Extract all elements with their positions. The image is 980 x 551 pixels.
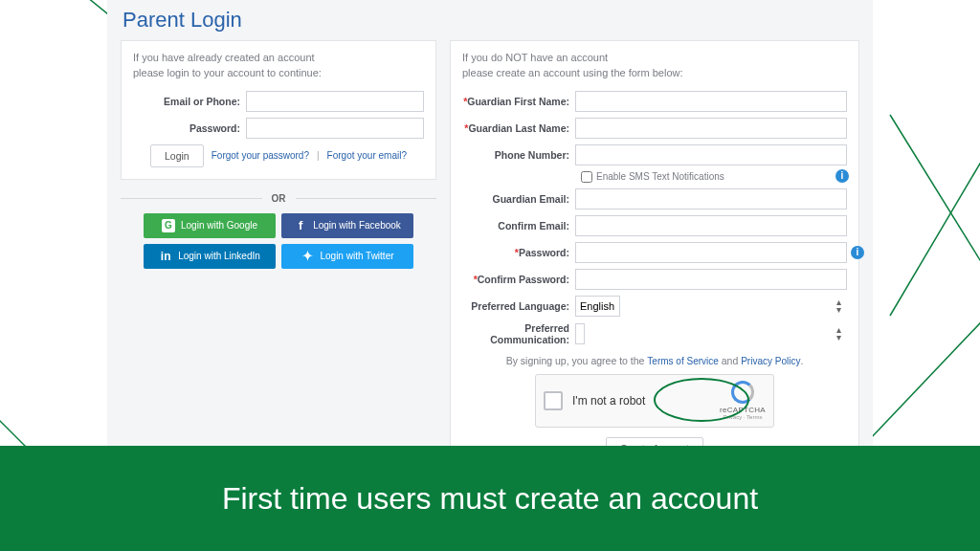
reg-password-input[interactable] [575, 242, 847, 263]
last-name-label: *Guardian Last Name: [462, 122, 575, 134]
page-title: Parent Login [122, 8, 859, 33]
login-button[interactable]: Login [150, 144, 204, 167]
info-icon[interactable]: i [851, 246, 864, 259]
recaptcha-label: I'm not a robot [572, 394, 645, 408]
login-linkedin-button[interactable]: in Login with LinkedIn [144, 244, 276, 269]
first-name-label: *Guardian First Name: [462, 96, 575, 107]
guardian-email-label: Guardian Email: [462, 193, 575, 205]
guardian-email-input[interactable] [575, 188, 847, 209]
instruction-footer: First time users must create an account [0, 446, 980, 551]
chevron-updown-icon: ▴▾ [836, 298, 841, 314]
communication-select[interactable] [575, 323, 585, 344]
svg-line-5 [890, 115, 980, 316]
linkedin-icon: in [159, 250, 172, 263]
footer-text: First time users must create an account [222, 481, 758, 517]
sms-checkbox[interactable] [581, 171, 592, 183]
agree-text: By signing up, you agree to the Terms of… [462, 355, 847, 366]
social-login-grid: G Login with Google f Login with Faceboo… [121, 213, 436, 269]
email-input[interactable] [246, 91, 424, 112]
confirm-password-label: *Confirm Password: [462, 274, 575, 285]
reg-password-label: *Password: [462, 247, 575, 258]
chevron-updown-icon: ▴▾ [836, 326, 841, 342]
existing-user-box: If you have already created an account p… [121, 40, 436, 180]
recaptcha-logo: reCAPTCHA Privacy · Terms [720, 381, 766, 420]
forgot-password-link[interactable]: Forgot your password? [212, 150, 309, 161]
sms-label: Enable SMS Text Notifications [596, 171, 724, 182]
login-intro: If you have already created an account p… [133, 51, 424, 81]
login-google-button[interactable]: G Login with Google [144, 213, 276, 238]
last-name-input[interactable] [575, 118, 847, 139]
confirm-password-input[interactable] [575, 269, 847, 290]
register-box: If you do NOT have an account please cre… [450, 40, 859, 478]
phone-label: Phone Number: [462, 149, 575, 161]
confirm-email-label: Confirm Email: [462, 220, 575, 231]
recaptcha-icon [731, 381, 754, 404]
confirm-email-input[interactable] [575, 215, 847, 236]
facebook-icon: f [294, 219, 307, 232]
communication-label: Preferred Communication: [462, 322, 575, 345]
privacy-link[interactable]: Privacy Policy [741, 356, 800, 366]
phone-input[interactable] [575, 144, 847, 165]
language-select[interactable]: English [575, 296, 620, 317]
password-input[interactable] [246, 118, 424, 139]
first-name-input[interactable] [575, 91, 847, 112]
login-panel: Parent Login If you have already created… [107, 0, 873, 496]
language-label: Preferred Language: [462, 300, 575, 312]
forgot-email-link[interactable]: Forgot your email? [327, 150, 407, 161]
google-icon: G [162, 219, 175, 232]
recaptcha-widget[interactable]: I'm not a robot reCAPTCHA Privacy · Term… [535, 374, 774, 428]
recaptcha-checkbox[interactable] [544, 391, 563, 410]
twitter-icon: ✦ [301, 250, 314, 263]
email-label: Email or Phone: [133, 96, 246, 107]
login-twitter-button[interactable]: ✦ Login with Twitter [281, 244, 413, 269]
info-icon[interactable]: i [835, 169, 849, 183]
or-divider: OR [121, 193, 436, 204]
tos-link[interactable]: Terms of Service [647, 356, 718, 366]
register-intro: If you do NOT have an account please cre… [462, 51, 847, 81]
password-label: Password: [133, 122, 246, 134]
login-facebook-button[interactable]: f Login with Facebook [281, 213, 413, 238]
